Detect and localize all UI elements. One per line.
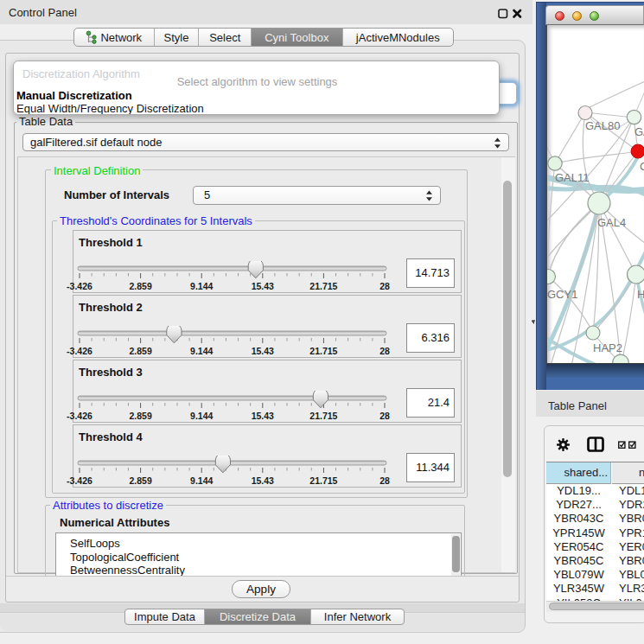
- svg-text:28: 28: [379, 411, 390, 421]
- svg-text:2.859: 2.859: [129, 281, 151, 291]
- svg-text:-3.426: -3.426: [67, 346, 92, 356]
- svg-text:9.144: 9.144: [190, 281, 213, 291]
- svg-text:21.715: 21.715: [309, 475, 337, 486]
- svg-text:GAL4: GAL4: [597, 216, 626, 229]
- svg-text:9.144: 9.144: [190, 411, 213, 421]
- svg-text:GAL: GAL: [634, 125, 644, 138]
- svg-text:-3.426: -3.426: [67, 281, 92, 291]
- svg-text:-3.426: -3.426: [67, 411, 92, 421]
- svg-text:28: 28: [379, 281, 390, 291]
- svg-text:21.715: 21.715: [309, 346, 337, 356]
- svg-text:28: 28: [379, 346, 390, 356]
- svg-text:15.43: 15.43: [252, 411, 274, 421]
- svg-text:28: 28: [379, 475, 390, 486]
- svg-text:9.144: 9.144: [190, 346, 213, 356]
- svg-text:2.859: 2.859: [129, 475, 151, 486]
- svg-text:GAL11: GAL11: [555, 171, 590, 184]
- svg-text:2.859: 2.859: [129, 411, 151, 421]
- svg-text:15.43: 15.43: [252, 346, 274, 356]
- svg-text:HAP2: HAP2: [593, 341, 622, 354]
- svg-text:15.43: 15.43: [252, 475, 274, 486]
- svg-text:GAL80: GAL80: [585, 119, 620, 132]
- svg-text:2.859: 2.859: [129, 346, 151, 356]
- svg-text:H: H: [637, 288, 644, 301]
- svg-text:21.715: 21.715: [309, 281, 337, 291]
- svg-text:21.715: 21.715: [309, 411, 337, 421]
- svg-text:15.43: 15.43: [252, 281, 274, 291]
- svg-text:9.144: 9.144: [190, 475, 213, 486]
- svg-text:GCY1: GCY1: [547, 288, 577, 301]
- svg-text:C: C: [640, 160, 644, 173]
- svg-text:-3.426: -3.426: [67, 475, 92, 486]
